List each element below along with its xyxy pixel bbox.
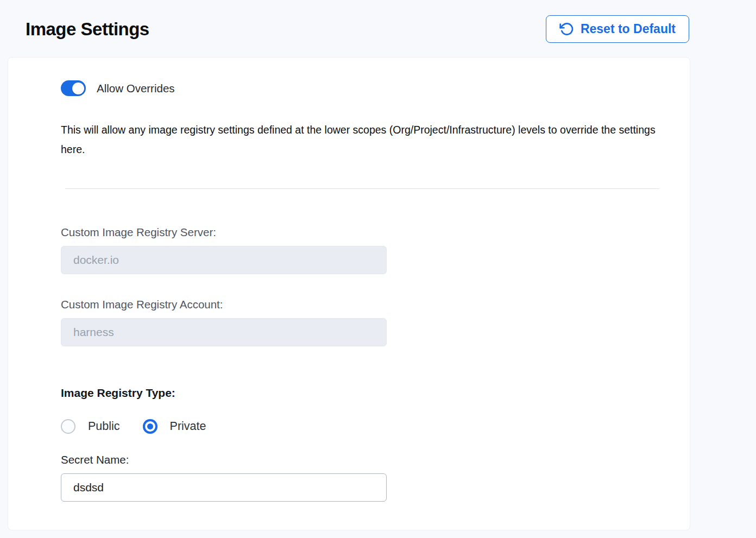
registry-type-radio-group: Public Private [61,419,658,434]
registry-type-label: Image Registry Type: [61,387,658,400]
radio-icon [61,419,75,434]
secret-name-label: Secret Name: [61,453,658,466]
reset-button-label: Reset to Default [581,22,676,36]
rotate-ccw-icon [559,22,574,36]
registry-server-input [61,246,387,274]
radio-option-private[interactable]: Private [143,419,206,434]
registry-account-input [61,318,387,346]
radio-option-public[interactable]: Public [61,419,120,434]
allow-overrides-label: Allow Overrides [97,82,175,95]
radio-icon [143,419,158,434]
radio-label: Public [88,420,120,433]
toggle-knob [72,83,84,94]
registry-server-label: Custom Image Registry Server: [61,226,658,239]
page-title: Image Settings [26,19,149,40]
settings-card: Allow Overrides This will allow any imag… [8,57,690,530]
overrides-description: This will allow any image registry setti… [61,120,658,159]
page-header: Image Settings Reset to Default [0,0,756,57]
reset-to-default-button[interactable]: Reset to Default [546,15,689,43]
secret-name-input[interactable] [61,473,387,502]
registry-account-label: Custom Image Registry Account: [61,298,658,311]
section-divider [65,188,659,189]
registry-server-field: Custom Image Registry Server: [61,226,658,274]
radio-label: Private [170,420,206,433]
registry-account-field: Custom Image Registry Account: [61,298,658,346]
allow-overrides-row: Allow Overrides [61,80,658,96]
allow-overrides-toggle[interactable] [61,80,86,96]
